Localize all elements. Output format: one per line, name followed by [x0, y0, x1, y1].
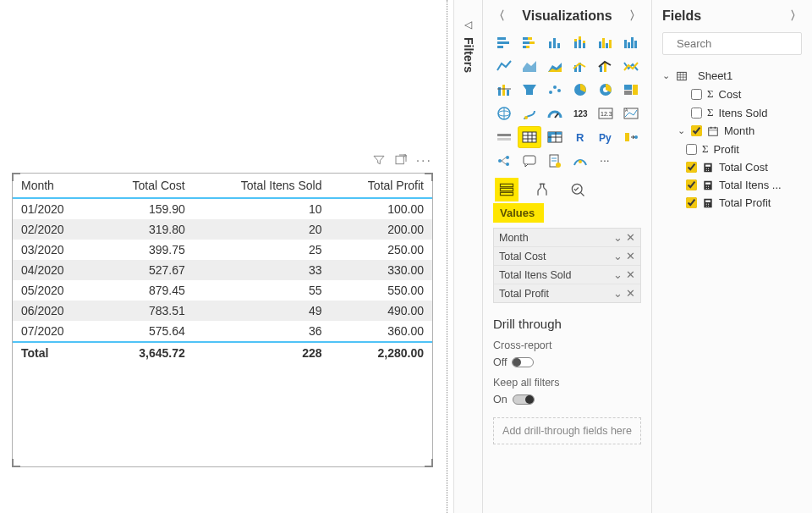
chevron-left-icon[interactable]: ◁	[464, 19, 472, 30]
field-item[interactable]: ΣItens Sold	[662, 103, 802, 122]
viz-type-icon[interactable]	[493, 56, 515, 76]
viz-type-icon[interactable]	[569, 32, 591, 52]
field-checkbox[interactable]	[691, 125, 702, 136]
resize-handle[interactable]	[425, 173, 433, 181]
viz-type-icon[interactable]	[518, 80, 540, 100]
table-row[interactable]: 04/2020527.6733330.00	[13, 260, 432, 280]
viz-type-icon[interactable]	[518, 56, 540, 76]
field-well-item[interactable]: Total Itens Sold⌄✕	[494, 266, 640, 284]
field-name: Total Profit	[719, 196, 771, 209]
viz-type-icon[interactable]	[493, 32, 515, 52]
drillthrough-placeholder[interactable]: Add drill-through fields here	[493, 417, 641, 444]
viz-type-icon[interactable]	[620, 56, 642, 76]
field-checkbox[interactable]	[686, 144, 697, 155]
col-header[interactable]: Total Cost	[96, 174, 194, 198]
cross-report-toggle[interactable]	[512, 357, 534, 367]
remove-field-icon[interactable]: ✕	[626, 231, 635, 244]
focus-mode-icon[interactable]	[394, 153, 408, 170]
viz-type-icon[interactable]	[493, 127, 515, 147]
chevron-down-icon[interactable]: ⌄	[613, 250, 623, 262]
chevron-left-icon[interactable]: 〈	[493, 8, 505, 24]
remove-field-icon[interactable]: ✕	[626, 287, 635, 300]
table-row[interactable]: 06/2020783.5149490.00	[13, 301, 432, 321]
viz-type-icon[interactable]: A	[620, 103, 642, 124]
viz-type-icon[interactable]: R	[569, 127, 591, 147]
table-visual[interactable]: ··· Month Total Cost Total Itens Sold To…	[12, 173, 433, 467]
viz-type-icon[interactable]	[595, 56, 617, 76]
fields-tab[interactable]	[495, 178, 518, 201]
field-well-item[interactable]: Total Profit⌄✕	[494, 284, 640, 302]
fields-search[interactable]	[662, 32, 802, 55]
field-checkbox[interactable]	[686, 162, 697, 173]
report-canvas[interactable]: ··· Month Total Cost Total Itens Sold To…	[0, 0, 442, 513]
more-options-icon[interactable]: ···	[416, 153, 432, 170]
viz-type-icon[interactable]	[544, 151, 566, 171]
search-input[interactable]	[675, 36, 812, 51]
viz-type-icon[interactable]	[595, 32, 617, 52]
viz-type-icon[interactable]	[620, 32, 642, 52]
viz-type-icon[interactable]	[493, 103, 515, 124]
table-row[interactable]: 07/2020575.6436360.00	[13, 321, 432, 342]
viz-type-icon[interactable]	[569, 56, 591, 76]
viz-type-icon[interactable]	[518, 32, 540, 52]
caret-down-icon[interactable]: ⌄	[662, 70, 671, 81]
viz-type-icon[interactable]	[493, 151, 515, 171]
viz-type-icon[interactable]	[595, 80, 617, 100]
format-tab[interactable]	[530, 178, 554, 201]
table-node[interactable]: ⌄ Sheet1	[662, 67, 802, 85]
viz-type-icon[interactable]	[569, 151, 591, 171]
viz-type-icon[interactable]	[620, 127, 642, 147]
table-row[interactable]: 05/2020879.4555550.00	[13, 280, 432, 301]
viz-type-icon[interactable]	[620, 80, 642, 100]
chevron-right-icon[interactable]: 〉	[629, 8, 641, 24]
viz-type-icon[interactable]: 123	[569, 103, 591, 124]
viz-type-icon[interactable]	[544, 103, 566, 124]
viz-type-icon[interactable]	[544, 32, 566, 52]
viz-type-icon[interactable]	[569, 80, 591, 100]
field-item[interactable]: ΣCost	[662, 85, 802, 103]
viz-type-icon[interactable]	[493, 80, 515, 100]
filters-pane-collapsed[interactable]: ◁ Filters	[453, 0, 482, 513]
viz-type-icon[interactable]	[544, 80, 566, 100]
resize-handle[interactable]	[12, 459, 20, 467]
filter-icon[interactable]	[372, 153, 386, 170]
resize-handle[interactable]	[425, 459, 433, 467]
col-header[interactable]: Total Profit	[331, 174, 432, 198]
viz-type-icon[interactable]	[544, 56, 566, 76]
keep-filters-toggle[interactable]	[513, 394, 535, 405]
viz-type-icon[interactable]	[544, 127, 566, 147]
field-well-item[interactable]: Month⌄✕	[494, 229, 640, 247]
field-item[interactable]: ΣProfit	[662, 140, 802, 158]
values-well[interactable]: Month⌄✕Total Cost⌄✕Total Itens Sold⌄✕Tot…	[493, 228, 641, 303]
field-item[interactable]: Total Cost	[662, 158, 802, 176]
viz-type-icon[interactable]	[518, 103, 540, 124]
chevron-right-icon[interactable]: 〉	[790, 8, 802, 24]
chevron-down-icon[interactable]: ⌄	[613, 268, 623, 281]
resize-handle[interactable]	[12, 173, 20, 181]
table-row[interactable]: 03/2020399.7525250.00	[13, 240, 432, 260]
col-header[interactable]: Month	[13, 174, 96, 198]
field-checkbox[interactable]	[686, 179, 697, 190]
viz-type-icon[interactable]: ···	[595, 151, 617, 171]
chevron-down-icon[interactable]: ⌄	[613, 231, 623, 244]
pane-splitter[interactable]	[442, 0, 453, 513]
analytics-tab[interactable]	[566, 178, 590, 201]
field-item[interactable]: Total Profit	[662, 194, 802, 212]
caret-down-icon[interactable]: ⌄	[678, 125, 686, 136]
remove-field-icon[interactable]: ✕	[626, 250, 635, 262]
field-checkbox[interactable]	[691, 89, 702, 100]
viz-type-icon[interactable]	[518, 151, 540, 171]
field-well-item[interactable]: Total Cost⌄✕	[494, 247, 640, 266]
field-checkbox[interactable]	[691, 108, 702, 119]
viz-type-icon[interactable]: 12.3	[595, 103, 617, 124]
col-header[interactable]: Total Itens Sold	[194, 174, 331, 198]
field-checkbox[interactable]	[686, 197, 697, 208]
viz-type-icon[interactable]	[518, 127, 540, 147]
remove-field-icon[interactable]: ✕	[626, 268, 635, 281]
field-item[interactable]: Total Itens ...	[662, 176, 802, 194]
chevron-down-icon[interactable]: ⌄	[613, 287, 623, 300]
viz-type-icon[interactable]: Py	[595, 127, 617, 147]
table-row[interactable]: 02/2020319.8020200.00	[13, 219, 432, 240]
table-row[interactable]: 01/2020159.9010100.00	[13, 198, 432, 219]
field-item[interactable]: ⌄Month	[662, 122, 802, 140]
